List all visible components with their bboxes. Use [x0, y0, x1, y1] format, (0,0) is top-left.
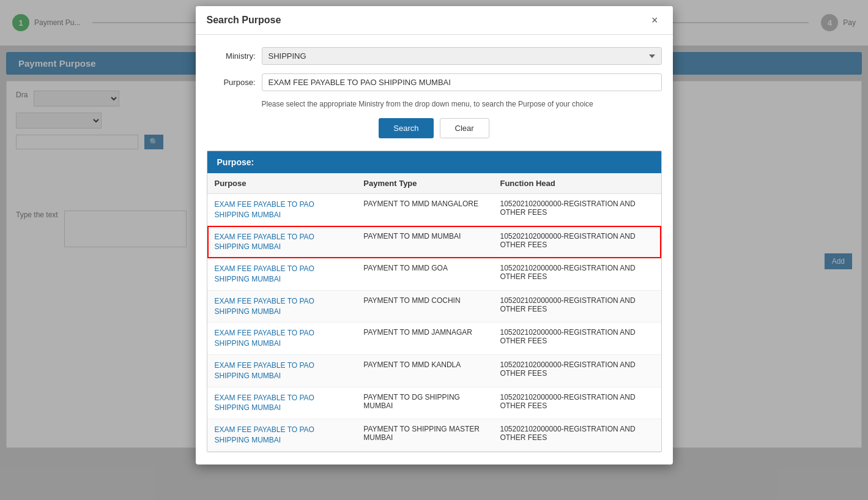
- purpose-link[interactable]: EXAM FEE PAYABLE TO PAO SHIPPING MUMBAI: [215, 393, 349, 414]
- table-cell-payment-type: PAYMENT TO MMD MANGALORE: [356, 194, 492, 226]
- modal-header: Search Purpose ×: [196, 6, 673, 35]
- search-purpose-modal: Search Purpose × Ministry: SHIPPINGFINAN…: [196, 6, 673, 465]
- table-row[interactable]: EXAM FEE PAYABLE TO PAO SHIPPING MUMBAIP…: [207, 258, 661, 291]
- table-cell-payment-type: PAYMENT TO MMD GOA: [356, 258, 492, 291]
- purpose-link[interactable]: EXAM FEE PAYABLE TO PAO SHIPPING MUMBAI: [215, 296, 349, 317]
- table-cell-payment-type: PAYMENT TO MMD JAMNAGAR: [356, 323, 492, 355]
- table-cell-purpose: EXAM FEE PAYABLE TO PAO SHIPPING MUMBAI: [207, 194, 357, 226]
- results-section: Purpose: Purpose Payment Type Function H…: [207, 151, 662, 452]
- modal-body: Ministry: SHIPPINGFINANCEDEFENCEHOMERAIL…: [196, 35, 673, 465]
- purpose-label: Purpose:: [207, 78, 256, 87]
- table-cell-purpose: EXAM FEE PAYABLE TO PAO SHIPPING MUMBAI: [207, 419, 357, 452]
- table-cell-function-head: 105202102000000-REGISTRATION AND OTHER F…: [492, 323, 661, 355]
- purpose-input[interactable]: [262, 73, 662, 91]
- table-cell-purpose: EXAM FEE PAYABLE TO PAO SHIPPING MUMBAI: [207, 354, 357, 387]
- table-row[interactable]: EXAM FEE PAYABLE TO PAO SHIPPING MUMBAIP…: [207, 226, 661, 258]
- table-cell-purpose: EXAM FEE PAYABLE TO PAO SHIPPING MUMBAI: [207, 387, 357, 419]
- table-cell-function-head: 105202102000000-REGISTRATION AND OTHER F…: [492, 419, 661, 452]
- table-cell-payment-type: PAYMENT TO MMD COCHIN: [356, 290, 492, 323]
- purpose-input-row: Purpose:: [207, 73, 662, 91]
- results-header: Purpose:: [207, 151, 661, 173]
- results-table: Purpose Payment Type Function Head EXAM …: [207, 173, 661, 452]
- table-cell-payment-type: PAYMENT TO MMD KANDLA: [356, 354, 492, 387]
- ministry-select[interactable]: SHIPPINGFINANCEDEFENCEHOMERAILWAYS: [262, 47, 662, 65]
- table-row[interactable]: EXAM FEE PAYABLE TO PAO SHIPPING MUMBAIP…: [207, 194, 661, 226]
- purpose-link[interactable]: EXAM FEE PAYABLE TO PAO SHIPPING MUMBAI: [215, 425, 349, 446]
- modal-close-button[interactable]: ×: [648, 13, 662, 27]
- table-cell-payment-type: PAYMENT TO MMD MUMBAI: [356, 226, 492, 258]
- table-cell-function-head: 105202102000000-REGISTRATION AND OTHER F…: [492, 354, 661, 387]
- table-header-row: Purpose Payment Type Function Head: [207, 173, 661, 194]
- table-cell-function-head: 105202102000000-REGISTRATION AND OTHER F…: [492, 290, 661, 323]
- table-row[interactable]: EXAM FEE PAYABLE TO PAO SHIPPING MUMBAIP…: [207, 323, 661, 355]
- table-cell-purpose: EXAM FEE PAYABLE TO PAO SHIPPING MUMBAI: [207, 290, 357, 323]
- purpose-link[interactable]: EXAM FEE PAYABLE TO PAO SHIPPING MUMBAI: [215, 200, 349, 220]
- search-button[interactable]: Search: [379, 118, 433, 138]
- table-cell-function-head: 105202102000000-REGISTRATION AND OTHER F…: [492, 226, 661, 258]
- modal-title: Search Purpose: [207, 15, 281, 26]
- col-payment-type: Payment Type: [356, 173, 492, 194]
- table-cell-purpose: EXAM FEE PAYABLE TO PAO SHIPPING MUMBAI: [207, 323, 357, 355]
- table-cell-payment-type: PAYMENT TO DG SHIPPING MUMBAI: [356, 387, 492, 419]
- table-cell-payment-type: PAYMENT TO SHIPPING MASTER MUMBAI: [356, 419, 492, 452]
- modal-overlay: Search Purpose × Ministry: SHIPPINGFINAN…: [0, 0, 868, 500]
- table-cell-function-head: 105202102000000-REGISTRATION AND OTHER F…: [492, 194, 661, 226]
- col-purpose: Purpose: [207, 173, 357, 194]
- table-cell-function-head: 105202102000000-REGISTRATION AND OTHER F…: [492, 258, 661, 291]
- table-row[interactable]: EXAM FEE PAYABLE TO PAO SHIPPING MUMBAIP…: [207, 290, 661, 323]
- purpose-link[interactable]: EXAM FEE PAYABLE TO PAO SHIPPING MUMBAI: [215, 264, 349, 285]
- table-cell-function-head: 105202102000000-REGISTRATION AND OTHER F…: [492, 387, 661, 419]
- table-cell-purpose: EXAM FEE PAYABLE TO PAO SHIPPING MUMBAI: [207, 226, 357, 258]
- table-row[interactable]: EXAM FEE PAYABLE TO PAO SHIPPING MUMBAIP…: [207, 387, 661, 419]
- purpose-link[interactable]: EXAM FEE PAYABLE TO PAO SHIPPING MUMBAI: [215, 328, 349, 349]
- purpose-link[interactable]: EXAM FEE PAYABLE TO PAO SHIPPING MUMBAI: [215, 232, 349, 253]
- table-row[interactable]: EXAM FEE PAYABLE TO PAO SHIPPING MUMBAIP…: [207, 419, 661, 452]
- hint-text: Please select the appropriate Ministry f…: [207, 100, 662, 108]
- ministry-label: Ministry:: [207, 51, 256, 61]
- col-function-head: Function Head: [492, 173, 661, 194]
- table-cell-purpose: EXAM FEE PAYABLE TO PAO SHIPPING MUMBAI: [207, 258, 357, 291]
- table-row[interactable]: EXAM FEE PAYABLE TO PAO SHIPPING MUMBAIP…: [207, 354, 661, 387]
- purpose-link[interactable]: EXAM FEE PAYABLE TO PAO SHIPPING MUMBAI: [215, 360, 349, 381]
- ministry-row: Ministry: SHIPPINGFINANCEDEFENCEHOMERAIL…: [207, 47, 662, 65]
- button-row: Search Clear: [207, 118, 662, 138]
- clear-button[interactable]: Clear: [440, 118, 489, 138]
